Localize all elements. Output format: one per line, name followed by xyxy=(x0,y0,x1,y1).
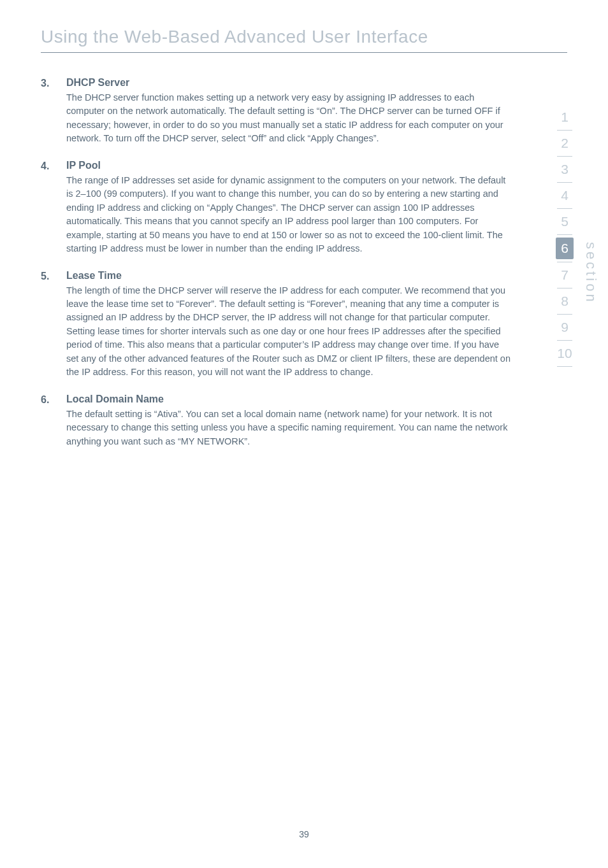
item-heading: Local Domain Name xyxy=(66,394,512,405)
item-paragraph: The DHCP server function makes setting u… xyxy=(66,91,512,146)
list-item: 6. Local Domain Name The default setting… xyxy=(41,394,512,448)
list-item: 5. Lease Time The length of time the DHC… xyxy=(41,270,512,380)
section-nav-2[interactable]: 2 xyxy=(561,131,568,156)
item-paragraph: The range of IP addresses set aside for … xyxy=(66,174,512,256)
section-nav-8[interactable]: 8 xyxy=(561,288,568,314)
section-nav-4[interactable]: 4 xyxy=(561,183,568,208)
section-nav-divider xyxy=(557,366,572,367)
section-label: section xyxy=(583,242,599,304)
section-nav-5[interactable]: 5 xyxy=(561,209,568,234)
title-rule xyxy=(41,52,567,53)
section-nav-1[interactable]: 1 xyxy=(561,104,568,130)
item-number: 3. xyxy=(41,77,66,146)
content-area: 3. DHCP Server The DHCP server function … xyxy=(41,77,512,448)
item-heading: DHCP Server xyxy=(66,77,512,89)
item-number: 5. xyxy=(41,270,66,380)
section-nav-7[interactable]: 7 xyxy=(561,262,568,288)
section-nav: 1 2 3 4 5 6 7 8 9 10 xyxy=(552,104,577,367)
item-paragraph: The default setting is “Ativa”. You can … xyxy=(66,408,512,448)
page-number: 39 xyxy=(0,829,608,839)
section-nav-10[interactable]: 10 xyxy=(557,341,572,366)
item-number: 4. xyxy=(41,160,66,256)
section-nav-6-active[interactable]: 6 xyxy=(556,238,574,259)
item-paragraph: The length of time the DHCP server will … xyxy=(66,284,512,380)
item-heading: Lease Time xyxy=(66,270,512,281)
section-nav-3[interactable]: 3 xyxy=(561,157,568,182)
section-nav-9[interactable]: 9 xyxy=(561,315,568,340)
section-nav-divider xyxy=(557,234,572,235)
list-item: 4. IP Pool The range of IP addresses set… xyxy=(41,160,512,256)
page-title: Using the Web-Based Advanced User Interf… xyxy=(41,27,608,47)
item-number: 6. xyxy=(41,394,66,448)
list-item: 3. DHCP Server The DHCP server function … xyxy=(41,77,512,146)
item-heading: IP Pool xyxy=(66,160,512,171)
